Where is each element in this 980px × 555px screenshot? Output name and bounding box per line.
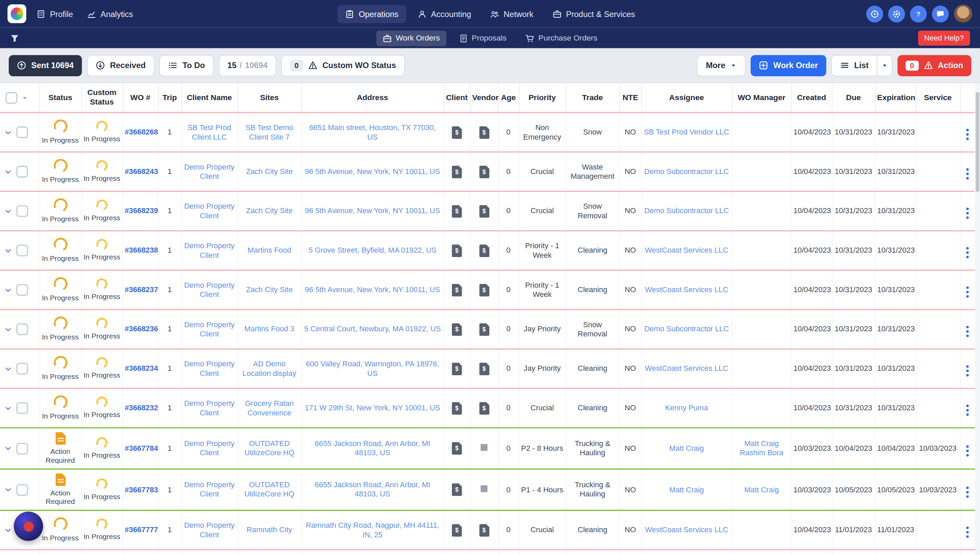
address-link[interactable]: 171 W 29th St, New York, NY 10001, US — [305, 404, 440, 412]
vendor-invoice-icon[interactable]: $ — [479, 126, 489, 139]
row-expand-chevron-icon[interactable] — [5, 486, 12, 493]
vendor-invoice-icon[interactable]: $ — [479, 284, 489, 296]
assignee-link[interactable]: WestCoast Services LLC — [645, 286, 728, 294]
row-checkbox[interactable] — [16, 126, 28, 138]
row-menu-button[interactable] — [966, 208, 969, 219]
client-invoice-icon[interactable]: $ — [452, 126, 462, 139]
select-all-checkbox[interactable] — [6, 91, 18, 104]
site-link[interactable]: Ramnath City — [247, 525, 292, 534]
nav-product-services[interactable]: Product & Services — [545, 5, 643, 23]
client-invoice-icon[interactable]: $ — [452, 205, 462, 218]
row-checkbox[interactable] — [16, 324, 28, 335]
assignee-link[interactable]: Matt Craig — [669, 444, 704, 452]
wo-number-link[interactable]: #3668239 — [125, 206, 158, 215]
row-menu-button[interactable] — [966, 326, 969, 337]
row-menu-button[interactable] — [966, 129, 969, 140]
row-expand-chevron-icon[interactable] — [5, 286, 12, 294]
vendor-invoice-icon[interactable]: $ — [479, 362, 489, 375]
column-header-due[interactable]: Due — [832, 83, 875, 112]
row-expand-chevron-icon[interactable] — [5, 445, 12, 452]
client-invoice-icon[interactable]: $ — [452, 524, 462, 536]
nav-network[interactable]: Network — [483, 5, 541, 23]
row-checkbox[interactable] — [16, 244, 28, 257]
address-link[interactable]: 5 Grove Street, Byfield, MA 01922, US — [309, 246, 436, 255]
column-header-priority[interactable]: Priority — [519, 83, 566, 112]
nav-accounting[interactable]: Accounting — [410, 5, 479, 23]
client-name-link[interactable]: Demo Property Client — [184, 320, 235, 338]
assignee-link[interactable]: Kenny Puma — [665, 404, 708, 412]
wo-number-link[interactable]: #3668232 — [125, 404, 158, 412]
client-name-link[interactable]: Demo Property Client — [184, 162, 235, 180]
row-menu-button[interactable] — [966, 527, 969, 538]
column-header-wo[interactable]: WO # — [123, 83, 158, 112]
row-menu-button[interactable] — [966, 404, 969, 416]
vendor-invoice-icon[interactable]: $ — [479, 323, 489, 336]
row-expand-chevron-icon[interactable] — [5, 365, 12, 372]
client-name-link[interactable]: Demo Property Client — [184, 241, 235, 259]
client-invoice-icon[interactable]: $ — [452, 284, 462, 296]
column-header-status[interactable]: Status — [40, 83, 82, 112]
filter-funnel-icon[interactable] — [10, 34, 19, 43]
site-link[interactable]: Martins Food 3 — [244, 324, 294, 333]
client-name-link[interactable]: SB Test Prod Client LLC — [187, 123, 231, 141]
assignee-link[interactable]: SB Test Prod Vendor LLC — [644, 128, 729, 136]
row-expand-chevron-icon[interactable] — [5, 207, 12, 215]
vertical-scrollbar[interactable] — [975, 83, 980, 555]
column-header-trip[interactable]: Trip — [158, 83, 181, 112]
column-header-client[interactable]: Client — [444, 83, 470, 112]
client-invoice-icon[interactable]: $ — [452, 442, 462, 455]
assignee-link[interactable]: Demo Subcontractor LLC — [644, 324, 729, 333]
row-checkbox[interactable] — [16, 402, 28, 414]
client-name-link[interactable]: Demo Property Client — [184, 281, 235, 298]
user-avatar[interactable] — [954, 5, 972, 23]
nav-operations[interactable]: Operations — [337, 5, 406, 23]
row-expand-chevron-icon[interactable] — [5, 404, 12, 412]
address-link[interactable]: 6655 Jackson Road, Ann Arbor, MI 48103, … — [315, 480, 430, 499]
site-link[interactable]: AD Demo Location display — [243, 359, 296, 377]
client-invoice-icon[interactable]: $ — [452, 244, 462, 257]
column-header-sites[interactable]: Sites — [238, 83, 301, 112]
chat-widget-launcher[interactable] — [14, 512, 43, 541]
received-button[interactable]: Received — [87, 55, 155, 76]
row-expand-chevron-icon[interactable] — [5, 128, 12, 136]
assignee-link[interactable]: WestCoast Services LLC — [645, 525, 728, 534]
client-name-link[interactable]: Demo Property Client — [184, 521, 235, 539]
client-invoice-icon[interactable]: $ — [452, 402, 462, 414]
client-invoice-icon[interactable]: $ — [452, 362, 462, 375]
wo-number-link[interactable]: #3668238 — [125, 246, 158, 255]
row-menu-button[interactable] — [966, 365, 969, 377]
vendor-invoice-icon[interactable]: $ — [479, 165, 489, 178]
wo-manager-link[interactable]: Matt Craig — [744, 485, 779, 494]
column-header-created[interactable]: Created — [791, 83, 831, 112]
row-checkbox[interactable] — [16, 205, 28, 217]
row-menu-button[interactable] — [966, 247, 969, 258]
assignee-link[interactable]: WestCoast Services LLC — [645, 246, 728, 255]
wo-number-link[interactable]: #3668237 — [125, 286, 158, 294]
wo-number-link[interactable]: #3668234 — [125, 364, 158, 373]
wo-number-link[interactable]: #3667783 — [125, 485, 158, 494]
site-link[interactable]: Martins Food — [248, 246, 291, 255]
wo-number-link[interactable]: #3667777 — [125, 525, 158, 534]
help-button[interactable]: ? — [910, 5, 927, 22]
address-link[interactable]: 6655 Jackson Road, Ann Arbor, MI 48103, … — [315, 439, 430, 457]
vendor-invoice-icon[interactable]: $ — [479, 244, 489, 257]
view-switcher-caret-button[interactable] — [878, 55, 892, 76]
scrollbar-thumb[interactable] — [975, 92, 979, 192]
column-header-custom-status[interactable]: Custom Status — [82, 83, 123, 112]
client-name-link[interactable]: Demo Property Client — [184, 480, 235, 499]
site-link[interactable]: OUTDATED UtilizeCore HQ — [244, 439, 294, 457]
more-button[interactable]: More — [697, 55, 746, 76]
row-menu-button[interactable] — [966, 445, 969, 456]
wo-number-link[interactable]: #3668243 — [125, 167, 158, 176]
row-expand-chevron-icon[interactable] — [5, 168, 12, 175]
row-expand-chevron-icon[interactable] — [5, 247, 12, 254]
need-help-button[interactable]: Need Help? — [918, 30, 970, 46]
vendor-invoice-icon[interactable]: $ — [479, 205, 489, 218]
tab-proposals[interactable]: Proposals — [452, 30, 512, 46]
site-link[interactable]: OUTDATED UtilizeCore HQ — [244, 480, 294, 499]
assignee-link[interactable]: Matt Craig — [669, 485, 704, 494]
client-invoice-icon[interactable]: $ — [452, 483, 462, 496]
row-menu-button[interactable] — [966, 286, 969, 298]
client-invoice-icon[interactable]: $ — [452, 165, 462, 178]
sent-button[interactable]: Sent 10694 — [9, 55, 82, 76]
